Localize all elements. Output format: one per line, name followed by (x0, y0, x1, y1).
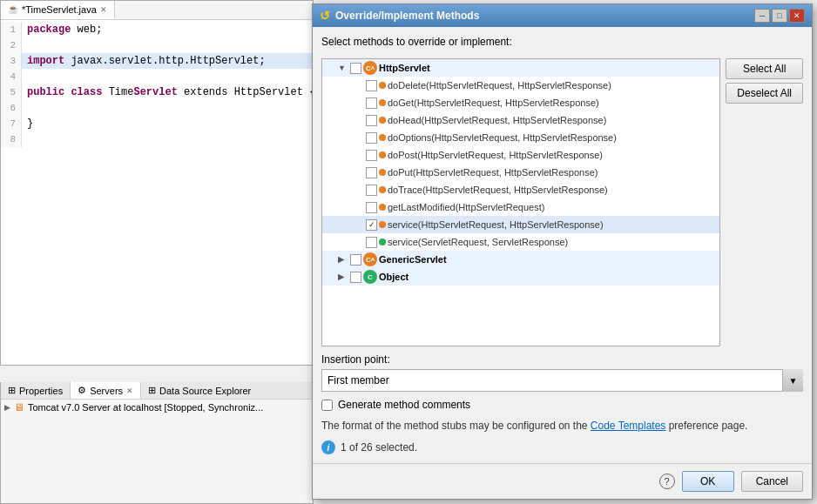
dohead-label: doHead(HttpServletRequest, HttpServletRe… (388, 115, 606, 125)
file-icon: ☕ (8, 4, 18, 14)
icon-service2 (379, 239, 386, 245)
tab-data-source[interactable]: ⊞ Data Source Explorer (141, 382, 258, 399)
servers-close[interactable]: ✕ (126, 386, 133, 395)
checkbox-object[interactable] (350, 272, 361, 283)
checkbox-service2[interactable] (366, 237, 377, 248)
tab-servers[interactable]: ⚙ Servers ✕ (70, 382, 141, 399)
icon-doget (379, 99, 386, 106)
tab-servers-label: Servers (90, 386, 123, 396)
tab-properties-label: Properties (19, 386, 63, 396)
checkbox-dotrace[interactable] (366, 185, 377, 196)
maximize-button[interactable]: □ (772, 9, 787, 23)
checkbox-genericservlet[interactable] (350, 254, 361, 265)
checkbox-dohead[interactable] (366, 115, 377, 126)
checkbox-service1[interactable]: ✓ (366, 219, 377, 231)
info-text: The format of the method stubs may be co… (321, 418, 803, 433)
methods-tree[interactable]: ▼ CA HttpServlet doDelete(HttpServletReq… (321, 58, 720, 346)
editor-line-1: 1 package web; (1, 22, 313, 37)
class-icon-object: C (363, 270, 377, 284)
editor-content[interactable]: 1 package web; 2 3 import javax.servlet.… (1, 20, 313, 149)
editor-line-2: 2 (1, 37, 313, 53)
checkbox-getlastmodified[interactable] (366, 202, 377, 213)
tree-item-service2[interactable]: service(ServletRequest, ServletResponse) (322, 233, 719, 251)
info-text-before: The format of the method stubs may be co… (321, 420, 591, 432)
icon-dooptions (379, 134, 386, 141)
expand-genericservlet-icon[interactable]: ▶ (338, 255, 348, 264)
info-text-after: preference page. (665, 420, 747, 432)
editor-tab-bar: ☕ *TimeServlet.java ✕ (1, 1, 313, 20)
dialog-controls: ─ □ ✕ (754, 9, 805, 23)
minimize-button[interactable]: ─ (754, 9, 770, 23)
cancel-button[interactable]: Cancel (741, 471, 803, 492)
dialog-instruction: Select methods to override or implement: (321, 36, 803, 48)
tree-item-getlastmodified[interactable]: getLastModified(HttpServletRequest) (322, 198, 719, 216)
dialog-title-text: Override/Implement Methods (335, 10, 479, 22)
tree-item-object[interactable]: ▶ C Object (322, 268, 719, 286)
service1-label: service(HttpServletRequest, HttpServletR… (388, 219, 604, 230)
bottom-panel: ⊞ Properties ⚙ Servers ✕ ⊞ Data Source E… (0, 382, 314, 504)
data-source-icon: ⊞ (148, 385, 156, 396)
class-icon-genericservlet: CA (363, 252, 377, 266)
editor-line-4: 4 (1, 69, 313, 84)
insertion-point-select-wrapper[interactable]: First member Last member After cursor ▼ (321, 369, 803, 392)
dialog-body: Select methods to override or implement:… (313, 27, 812, 463)
object-label: Object (379, 272, 408, 282)
icon-service1 (379, 221, 386, 228)
checkbox-doput[interactable] (366, 167, 377, 178)
select-all-button[interactable]: Select All (726, 58, 803, 79)
expand-server-icon[interactable]: ▶ (4, 403, 10, 412)
code-templates-link[interactable]: Code Templates (591, 420, 666, 432)
server-icon: 🖥 (14, 401, 24, 413)
action-buttons: Select All Deselect All (726, 58, 803, 346)
tree-item-doput[interactable]: doPut(HttpServletRequest, HttpServletRes… (322, 164, 719, 181)
expand-httpservlet-icon[interactable]: ▼ (338, 64, 348, 72)
icon-dopost (379, 151, 386, 158)
insertion-point-select[interactable]: First member Last member After cursor (321, 369, 803, 392)
status-count: 1 of 26 selected. (341, 441, 417, 454)
getlastmodified-label: getLastModified(HttpServletRequest) (388, 202, 544, 212)
deselect-all-button[interactable]: Deselect All (726, 83, 803, 104)
server-list-item: ▶ 🖥 Tomcat v7.0 Server at localhost [Sto… (1, 400, 313, 415)
tab-properties[interactable]: ⊞ Properties (1, 382, 70, 399)
checkbox-httpservlet[interactable] (350, 63, 361, 74)
icon-dodelete (379, 82, 386, 89)
expand-object-icon[interactable]: ▶ (338, 272, 348, 281)
tree-item-dotrace[interactable]: doTrace(HttpServletRequest, HttpServletR… (322, 181, 719, 198)
doget-label: doGet(HttpServletRequest, HttpServletRes… (388, 97, 599, 108)
genericservlet-label: GenericServlet (379, 254, 447, 265)
tree-item-genericservlet[interactable]: ▶ CA GenericServlet (322, 251, 719, 268)
generate-comments-checkbox[interactable] (321, 400, 333, 411)
tab-data-source-label: Data Source Explorer (159, 386, 251, 396)
tree-item-doget[interactable]: doGet(HttpServletRequest, HttpServletRes… (322, 94, 719, 111)
status-bar: i 1 of 26 selected. (321, 440, 803, 454)
generate-comments-label: Generate method comments (338, 399, 470, 411)
checkbox-doget[interactable] (366, 97, 377, 109)
properties-icon: ⊞ (8, 385, 16, 396)
tree-item-httpservlet[interactable]: ▼ CA HttpServlet (322, 59, 719, 77)
tab-label: *TimeServlet.java (22, 4, 97, 15)
tree-item-dohead[interactable]: doHead(HttpServletRequest, HttpServletRe… (322, 111, 719, 129)
close-button[interactable]: ✕ (789, 9, 805, 23)
tree-item-dodelete[interactable]: doDelete(HttpServletRequest, HttpServlet… (322, 77, 719, 94)
generate-comments-row: Generate method comments (321, 399, 803, 411)
tree-item-service1[interactable]: ✓ service(HttpServletRequest, HttpServle… (322, 216, 719, 233)
dotrace-label: doTrace(HttpServletRequest, HttpServletR… (388, 185, 608, 195)
checkbox-dopost[interactable] (366, 150, 377, 161)
close-tab-icon[interactable]: ✕ (100, 5, 107, 14)
override-implement-dialog: ↺ Override/Implement Methods ─ □ ✕ Selec… (312, 3, 813, 500)
dodelete-label: doDelete(HttpServletRequest, HttpServlet… (388, 80, 611, 91)
checkbox-dodelete[interactable] (366, 80, 377, 91)
tree-item-dooptions[interactable]: doOptions(HttpServletRequest, HttpServle… (322, 129, 719, 146)
tree-item-dopost[interactable]: doPost(HttpServletRequest, HttpServletRe… (322, 146, 719, 164)
checkbox-dooptions[interactable] (366, 132, 377, 144)
dooptions-label: doOptions(HttpServletRequest, HttpServle… (388, 132, 617, 143)
class-icon-httpservlet: CA (363, 61, 377, 75)
server-label: Tomcat v7.0 Server at localhost [Stopped… (28, 402, 263, 413)
service2-label: service(ServletRequest, ServletResponse) (388, 237, 568, 247)
editor-line-3: 3 import javax.servlet.http.HttpServlet; (1, 53, 313, 69)
ok-button[interactable]: OK (682, 471, 734, 492)
editor-tab[interactable]: ☕ *TimeServlet.java ✕ (1, 1, 115, 19)
dialog-title-icon: ↺ (320, 9, 330, 23)
insertion-point-label: Insertion point: (321, 353, 803, 366)
help-button[interactable]: ? (659, 474, 675, 489)
